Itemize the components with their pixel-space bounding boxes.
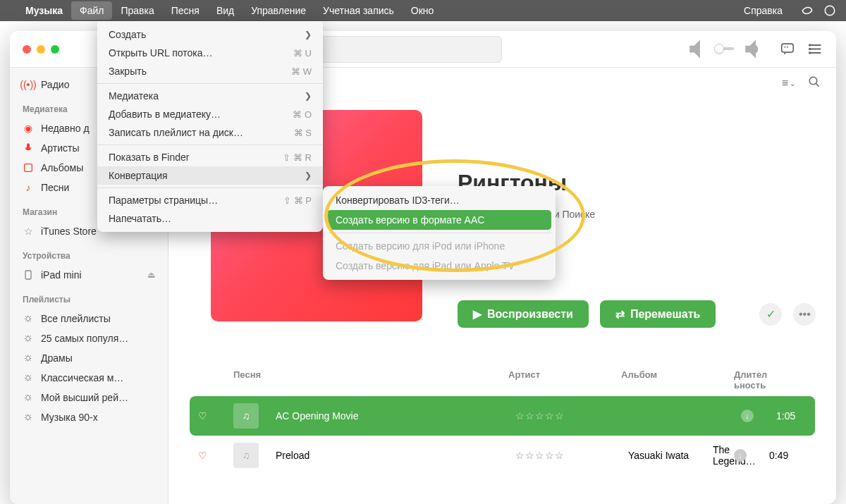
submenu-item[interactable]: Создать версию в формате AAC	[327, 210, 551, 230]
favorite-icon[interactable]: ♡	[198, 450, 226, 461]
menu-window[interactable]: Окно	[403, 1, 443, 20]
submenu-item: Создать версию для iPod или iPhone	[327, 236, 551, 256]
playlist-icon: ⛭	[23, 372, 34, 383]
shuffle-button[interactable]: ⇄Перемешать	[600, 300, 716, 328]
track-title: AC Opening Movie	[276, 410, 508, 422]
col-duration[interactable]: Длител ьность	[734, 369, 797, 391]
col-album[interactable]: Альбом	[621, 369, 727, 391]
minimize-button[interactable]	[37, 45, 45, 54]
menu-item[interactable]: Показать в Finder⇧ ⌘ R	[97, 148, 323, 166]
track-row[interactable]: ♡ ♫ AC Opening Movie ☆☆☆☆☆ ↓ 1:05 •••	[190, 396, 815, 436]
sidebar-section-playlists: Плейлисты	[10, 285, 168, 309]
track-duration: 0:49	[769, 450, 836, 461]
clock-icon: ◉	[23, 123, 34, 134]
submenu-item[interactable]: Конвертировать ID3-теги…	[327, 190, 551, 210]
rating-stars[interactable]: ☆☆☆☆☆	[515, 410, 621, 422]
menu-item[interactable]: Создать❯	[97, 25, 323, 44]
status-icon[interactable]	[823, 4, 836, 17]
leaf-icon[interactable]	[801, 4, 814, 17]
volume-low-icon	[684, 35, 711, 63]
track-table: Песня Артист Альбом Длител ьность ♡ ♫ AC…	[190, 364, 815, 475]
more-icon[interactable]: •••	[819, 410, 836, 422]
menu-item[interactable]: Параметры страницы…⇧ ⌘ P	[97, 191, 323, 209]
volume-control[interactable]	[684, 35, 767, 63]
menu-item[interactable]: Закрыть⌘ W	[97, 62, 323, 80]
track-row[interactable]: ♡ ♫ Preload ☆☆☆☆☆ Yasuaki Iwata The Lege…	[190, 436, 815, 475]
file-menu-dropdown: Создать❯Открыть URL потока…⌘ UЗакрыть⌘ W…	[97, 21, 323, 232]
menu-item[interactable]: Открыть URL потока…⌘ U	[97, 44, 323, 62]
sidebar-item-label: Драмы	[41, 352, 73, 364]
close-button[interactable]	[23, 45, 31, 54]
album-icon	[23, 162, 34, 173]
track-art-icon: ♫	[233, 403, 259, 429]
sidebar-item-playlist[interactable]: ⛭Музыка 90-х	[10, 407, 168, 427]
sidebar-item-playlist[interactable]: ⛭Классическая м…	[10, 368, 168, 388]
more-button[interactable]: •••	[793, 303, 816, 326]
menu-item[interactable]: Напечатать…	[97, 209, 323, 228]
favorite-icon[interactable]: ♡	[198, 410, 226, 422]
sidebar-item-label: iPad mini	[41, 269, 82, 281]
download-icon[interactable]: ↓	[734, 449, 747, 462]
maximize-button[interactable]	[51, 45, 59, 54]
menu-item[interactable]: Добавить в медиатеку…⌘ O	[97, 105, 323, 123]
check-button[interactable]: ✓	[759, 303, 782, 326]
menu-song[interactable]: Песня	[163, 1, 208, 20]
sidebar-item-label: Альбомы	[41, 162, 83, 173]
volume-high-icon	[740, 35, 767, 63]
svg-line-13	[816, 83, 819, 87]
menu-item[interactable]: Записать плейлист на диск…⌘ S	[97, 123, 323, 142]
menu-file[interactable]: Файл	[71, 1, 112, 20]
col-song[interactable]: Песня	[233, 369, 501, 391]
system-menubar: Музыка Файл Правка Песня Вид Управление …	[0, 0, 846, 21]
search-icon[interactable]	[808, 75, 821, 91]
shuffle-icon: ⇄	[615, 307, 625, 321]
playlist-icon: ⛭	[23, 392, 34, 403]
menu-help[interactable]: Справка	[735, 1, 791, 20]
sidebar-item-label: Все плейлисты	[41, 313, 111, 324]
track-duration: 1:05	[776, 410, 811, 422]
list-icon[interactable]	[808, 40, 823, 58]
menu-view[interactable]: Вид	[208, 1, 243, 20]
sidebar-item-playlist[interactable]: ⛭Мой высший рей…	[10, 388, 168, 407]
sidebar-item-label: Классическая м…	[41, 372, 123, 383]
play-label: Воспроизвести	[487, 308, 573, 321]
note-icon: ♪	[23, 182, 34, 193]
app-name[interactable]: Музыка	[17, 1, 71, 20]
menu-item[interactable]: Медиатека❯	[97, 87, 323, 105]
playlist-icon: ⛭	[23, 333, 34, 344]
menu-account[interactable]: Учетная запись	[314, 1, 403, 20]
mic-icon	[23, 142, 34, 154]
submenu-item: Создать версию для iPad или Apple TV	[327, 256, 551, 276]
sidebar-item-playlist[interactable]: ⛭Драмы	[10, 348, 168, 368]
sidebar-section-devices: Устройства	[10, 241, 168, 265]
menu-edit[interactable]: Правка	[112, 1, 162, 20]
svg-rect-10	[25, 164, 32, 172]
sidebar-item-label: Недавно д	[41, 123, 90, 134]
svg-point-12	[809, 77, 817, 85]
star-icon: ☆	[23, 226, 34, 237]
sidebar-item-label: Мой высший рей…	[41, 392, 128, 403]
volume-slider[interactable]	[717, 47, 733, 50]
sidebar-item-label: Песни	[41, 182, 69, 193]
play-button[interactable]: ▶Воспроизвести	[458, 300, 589, 328]
download-icon[interactable]: ↓	[741, 410, 754, 422]
svg-rect-3	[782, 44, 794, 52]
sidebar-item-ipad[interactable]: iPad mini⏏	[10, 265, 168, 285]
menu-item[interactable]: Конвертация❯	[97, 166, 323, 185]
menu-controls[interactable]: Управление	[243, 1, 314, 20]
window-controls	[23, 45, 59, 54]
lyrics-icon[interactable]	[780, 40, 795, 58]
svg-rect-11	[25, 271, 31, 279]
sort-icon[interactable]: ≡ ⌄	[782, 77, 795, 90]
shuffle-label: Перемешать	[630, 308, 701, 321]
rating-stars[interactable]: ☆☆☆☆☆	[515, 450, 621, 461]
svg-point-0	[825, 6, 835, 16]
sidebar-item-label: iTunes Store	[41, 226, 97, 237]
ipad-icon	[23, 269, 34, 281]
col-artist[interactable]: Артист	[508, 369, 614, 391]
sidebar-item-playlist[interactable]: ⛭Все плейлисты	[10, 309, 168, 328]
sidebar-radio-label: Радио	[41, 79, 69, 90]
track-title: Preload	[276, 450, 508, 461]
eject-icon[interactable]: ⏏	[147, 270, 155, 280]
sidebar-item-playlist[interactable]: ⛭25 самых популя…	[10, 328, 168, 348]
